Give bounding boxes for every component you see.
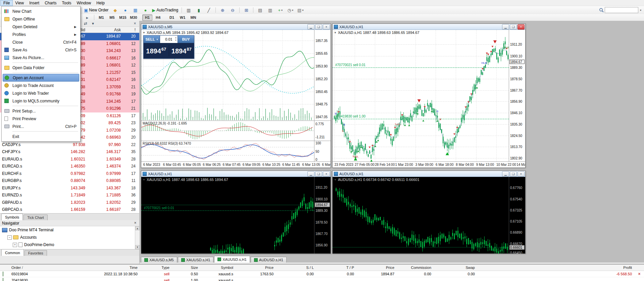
autotrading-button[interactable]: ▶AutoTrading [151,6,180,14]
lot-spinner[interactable]: ▲▼ [175,36,177,42]
market-watch-row[interactable]: CADJPY.s97.93897.96022 [0,141,139,149]
price-scale[interactable]: 1911.201900.101894.671889.301878.501867.… [509,30,525,161]
market-watch-row[interactable]: CHFJPY.s146.282146.31735 [0,148,139,156]
price-scale[interactable]: 0.775-1.211 [314,121,331,141]
scroll-up-icon[interactable]: ▲ [135,226,140,230]
window-close-button[interactable]: × [323,24,330,30]
file-menu-item-close[interactable]: CloseCtrl+F4 [3,38,79,46]
macd-pane[interactable]: MACD(12,26,9) -0.191 -1.6950.775-1.211 [141,121,331,141]
periods-button[interactable]: ◷▾ [286,6,295,14]
price-scale[interactable]: 100500 [314,141,331,161]
buy-button[interactable]: BUY [178,36,194,43]
file-menu-item-save-as-picture[interactable]: Save As Picture... [3,54,79,61]
terminal-col-profit[interactable]: Profit [478,266,635,270]
one-click-toggle-icon[interactable]: ▼ [334,178,337,181]
bar-chart-mode-button[interactable]: ▥ [184,6,193,14]
chart-window-titlebar[interactable]: AUDUSD.s,H1 ▁ ❏ × [333,171,525,177]
search-dropdown-icon[interactable]: ▾ [640,9,641,12]
rsi-pane[interactable]: RSI(13) 58.6332 RSI(3) 63.7470100500 [141,141,331,161]
terminal-col-price[interactable]: Price [236,266,276,270]
timeframe-d1[interactable]: D1 [167,14,177,21]
timeframe-w1[interactable]: W1 [178,14,188,21]
terminal-col-type[interactable]: Type [140,266,172,270]
cascade-windows-button[interactable]: ▤ [255,6,265,14]
lot-size-field[interactable]: 0.01▲▼ [160,36,178,43]
one-click-toggle-icon[interactable]: ▼ [143,178,145,181]
chart-body[interactable]: 0.677600.675400.673250.671050.668900.666… [333,177,525,253]
navigator-scrollbar[interactable]: ▲ ▼ [135,226,140,249]
mql5-community-button[interactable]: ● [120,6,130,14]
chart-window-titlebar[interactable]: XAUUSD.s,H1 ▁ ❏ × [141,171,331,177]
one-click-toggle-icon[interactable]: ▼ [143,31,145,34]
market-watch-row[interactable]: EURNZD.s1.718491.7188536 [0,192,139,199]
data-window-button[interactable]: ▦ [131,6,140,14]
timeframe-mn[interactable]: MN [188,14,198,21]
candlestick-mode-button[interactable]: ▮ [194,6,203,14]
chart-body[interactable]: 1911.201900.101894.671889.301878.501867.… [141,177,331,253]
navigator-tab-favorites[interactable]: Favorites [24,250,47,256]
market-watch-row[interactable]: EURAUD.s1.603211.6034928 [0,156,139,163]
price-scale[interactable]: 1857.351855.651853.901852.201850.451848.… [314,30,331,121]
navigator-close-icon[interactable]: × [133,221,138,225]
time-axis[interactable]: 23 Feb 202327 Feb 05:0028 Feb 14:001 Mar… [333,161,525,168]
symbols-sort-icon[interactable]: ⇄ [83,21,89,26]
chart-body[interactable]: 1911.201900.101894.671889.301878.501867.… [333,30,525,168]
file-menu-item-save-as[interactable]: Save AsCtrl+S [3,46,79,54]
order-row[interactable]: 70419830sell1.00xauusd.s [0,277,644,281]
templates-button[interactable]: ▧▾ [296,6,305,14]
sell-button[interactable]: SELL▾ [144,36,160,43]
market-watch-row[interactable]: GBPAUD.s1.820231.8205229 [0,199,139,206]
new-order-button[interactable]: ▣New Order [83,6,110,14]
chart-window-titlebar[interactable]: XAUUSD.s,M5 ▁ ❏ × [141,24,331,30]
file-menu-item-open-offline[interactable]: Open Offline [3,15,79,23]
file-menu-item-login-to-trade-account[interactable]: Login to Trade Account [3,82,79,89]
price-scale[interactable]: 0.677600.675400.673250.671050.668900.666… [509,177,525,253]
window-minimize-button[interactable]: ▁ [307,24,314,30]
timeframe-m1[interactable]: M1 [96,14,106,21]
zoom-in-button[interactable]: ⊕ [218,6,227,14]
menu-insert[interactable]: Insert [27,0,42,6]
file-menu-item-print[interactable]: Print...Ctrl+P [3,123,79,130]
navigator-item-accounts[interactable]: −Accounts [0,234,139,241]
indicators-list-button[interactable]: +▾ [276,6,285,14]
window-restore-button[interactable]: ❏ [510,24,517,30]
window-minimize-button[interactable]: ▁ [307,171,314,177]
chart-main-pane[interactable]: 1911.201900.101894.671889.301878.501867.… [141,177,331,253]
chart-main-pane[interactable]: 0.677600.675400.673250.671050.668900.666… [333,177,525,253]
file-menu-item-profiles[interactable]: Profiles▶ [3,31,79,38]
price-scale[interactable]: 1911.201900.101894.671889.301878.501867.… [314,177,331,253]
terminal-col-s-l[interactable]: S / L [276,266,316,270]
time-axis[interactable]: 6 Mar 20236 Mar 03:456 Mar 05:056 Mar 06… [141,161,331,168]
chart-tab-xauusd-s-m5[interactable]: XAUUSD.s,M5 [141,257,177,263]
market-watch-close-icon[interactable]: × [132,21,138,26]
window-close-button[interactable]: × [517,171,525,177]
search-input[interactable] [605,7,638,13]
zoom-out-button[interactable]: ⊖ [228,6,237,14]
chart-window-titlebar[interactable]: XAUUSD.s,H1 ▁ ❏ × [333,24,525,30]
file-menu-item-exit[interactable]: Exit [3,133,79,140]
menu-window[interactable]: Window [74,0,94,6]
scroll-down-icon[interactable]: ▼ [135,245,140,249]
file-menu-item-open-deleted[interactable]: Open Deleted▶ [3,23,79,31]
market-watch-col-[interactable]: ! [123,28,138,32]
chart-main-pane[interactable]: 1911.201900.101894.671889.301878.501867.… [333,30,525,161]
terminal-col-time[interactable]: Time [40,266,140,270]
file-menu-item-new-chart[interactable]: New Chart [3,7,79,15]
navigator-item-dooprime-demo[interactable]: +DooPrime-Demo [0,241,139,248]
collapse-icon[interactable]: − [7,235,12,240]
symbols-dropdown-icon[interactable]: ▾ [90,21,96,26]
terminal-col-order[interactable]: Order/ [9,266,40,270]
tile-windows-button[interactable]: ⊞ [242,6,251,14]
file-menu-item-print-preview[interactable]: Print Preview [3,115,79,123]
close-order-icon[interactable]: × [635,272,644,276]
window-restore-button[interactable]: ❏ [315,171,322,177]
window-restore-button[interactable]: ❏ [315,24,322,30]
timeframe-m5[interactable]: M5 [107,14,117,21]
market-watch-row[interactable]: GBPCAD.s1.661591.6618728 [0,206,139,213]
timeframe-h1[interactable]: H1 [142,14,152,21]
terminal-col-price[interactable]: Price [357,266,397,270]
market-watch-col-ask[interactable]: Ask [87,28,123,32]
market-watch-row[interactable]: EURCHF.s0.979820.9799917 [0,170,139,178]
terminal-col-swap[interactable]: Swap [434,266,478,270]
window-close-button[interactable]: × [517,24,525,30]
